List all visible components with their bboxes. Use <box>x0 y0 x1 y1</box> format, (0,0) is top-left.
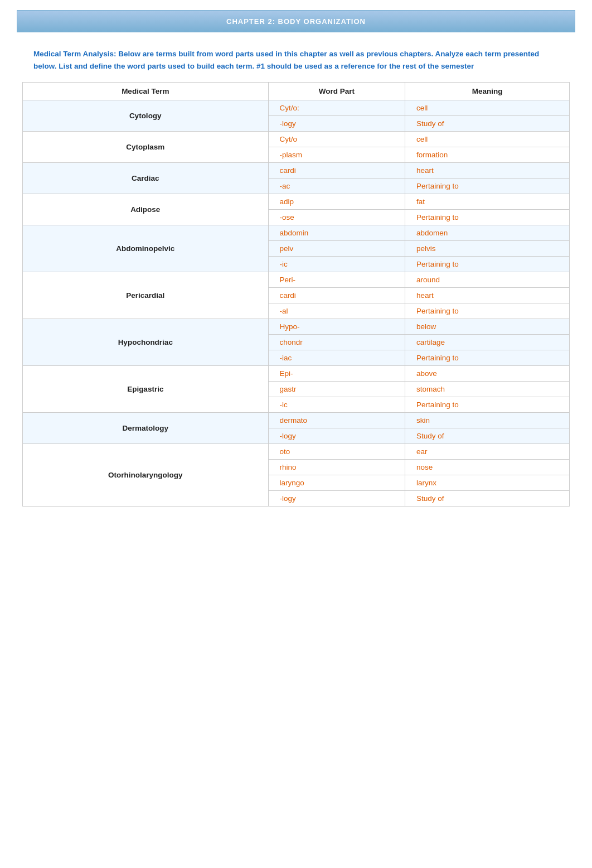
meaning-cell: fat <box>405 194 570 210</box>
table-row: Adiposeadipfat <box>23 194 570 210</box>
word-part-cell: gastr <box>268 382 405 397</box>
term-cell: Epigastric <box>23 366 269 413</box>
meaning-cell: below <box>405 319 570 335</box>
term-cell: Cardiac <box>23 163 269 194</box>
meaning-cell: formation <box>405 147 570 163</box>
meaning-cell: ear <box>405 444 570 460</box>
word-part-cell: -plasm <box>268 147 405 163</box>
meaning-cell: Study of <box>405 428 570 444</box>
term-cell: Adipose <box>23 194 269 225</box>
word-part-cell: cardi <box>268 163 405 179</box>
table-row: CytoplasmCyt/ocell <box>23 132 570 147</box>
word-part-cell: Cyt/o: <box>268 100 405 116</box>
word-part-cell: laryngo <box>268 475 405 491</box>
word-part-cell: Epi- <box>268 366 405 382</box>
intro-section: Medical Term Analysis: Below are terms b… <box>33 48 559 72</box>
meaning-cell: cell <box>405 132 570 147</box>
term-cell: Dermatology <box>23 413 269 444</box>
meaning-cell: Pertaining to <box>405 397 570 413</box>
meaning-cell: Study of <box>405 491 570 507</box>
word-part-cell: -ose <box>268 210 405 225</box>
term-cell: Cytoplasm <box>23 132 269 163</box>
table-row: PericardialPeri-around <box>23 272 570 288</box>
chapter-title: CHAPTER 2: BODY ORGANIZATION <box>226 17 366 26</box>
word-part-cell: chondr <box>268 335 405 350</box>
word-part-cell: -logy <box>268 491 405 507</box>
intro-text: Medical Term Analysis: Below are terms b… <box>33 50 539 70</box>
col-header-meaning: Meaning <box>405 83 570 100</box>
table-row: EpigastricEpi-above <box>23 366 570 382</box>
meaning-cell: around <box>405 272 570 288</box>
word-part-cell: -ac <box>268 179 405 194</box>
chapter-header: CHAPTER 2: BODY ORGANIZATION <box>17 10 575 32</box>
word-part-cell: -al <box>268 303 405 319</box>
word-part-cell: cardi <box>268 288 405 303</box>
word-part-cell: adip <box>268 194 405 210</box>
meaning-cell: above <box>405 366 570 382</box>
table-row: HypochondriacHypo-below <box>23 319 570 335</box>
meaning-cell: Pertaining to <box>405 179 570 194</box>
medical-terms-table: Medical Term Word Part Meaning CytologyC… <box>22 82 570 507</box>
word-part-cell: Hypo- <box>268 319 405 335</box>
meaning-cell: abdomen <box>405 225 570 241</box>
meaning-cell: Pertaining to <box>405 350 570 366</box>
col-header-term: Medical Term <box>23 83 269 100</box>
word-part-cell: Cyt/o <box>268 132 405 147</box>
table-row: Otorhinolaryngologyotoear <box>23 444 570 460</box>
table-row: CytologyCyt/o:cell <box>23 100 570 116</box>
meaning-cell: nose <box>405 460 570 475</box>
word-part-cell: dermato <box>268 413 405 428</box>
table-row: Cardiaccardiheart <box>23 163 570 179</box>
col-header-wordpart: Word Part <box>268 83 405 100</box>
term-cell: Otorhinolaryngology <box>23 444 269 507</box>
meaning-cell: stomach <box>405 382 570 397</box>
meaning-cell: larynx <box>405 475 570 491</box>
table-container: Medical Term Word Part Meaning CytologyC… <box>22 82 570 507</box>
word-part-cell: -logy <box>268 428 405 444</box>
word-part-cell: oto <box>268 444 405 460</box>
table-row: Abdominopelvicabdominabdomen <box>23 225 570 241</box>
word-part-cell: rhino <box>268 460 405 475</box>
meaning-cell: skin <box>405 413 570 428</box>
term-cell: Cytology <box>23 100 269 132</box>
word-part-cell: -ic <box>268 397 405 413</box>
meaning-cell: cartilage <box>405 335 570 350</box>
word-part-cell: abdomin <box>268 225 405 241</box>
meaning-cell: Pertaining to <box>405 210 570 225</box>
term-cell: Pericardial <box>23 272 269 319</box>
term-cell: Abdominopelvic <box>23 225 269 272</box>
word-part-cell: pelv <box>268 241 405 257</box>
meaning-cell: heart <box>405 163 570 179</box>
meaning-cell: Study of <box>405 116 570 132</box>
meaning-cell: cell <box>405 100 570 116</box>
term-cell: Hypochondriac <box>23 319 269 366</box>
table-row: Dermatologydermatoskin <box>23 413 570 428</box>
word-part-cell: Peri- <box>268 272 405 288</box>
word-part-cell: -logy <box>268 116 405 132</box>
word-part-cell: -ic <box>268 257 405 272</box>
meaning-cell: pelvis <box>405 241 570 257</box>
meaning-cell: heart <box>405 288 570 303</box>
word-part-cell: -iac <box>268 350 405 366</box>
meaning-cell: Pertaining to <box>405 303 570 319</box>
meaning-cell: Pertaining to <box>405 257 570 272</box>
